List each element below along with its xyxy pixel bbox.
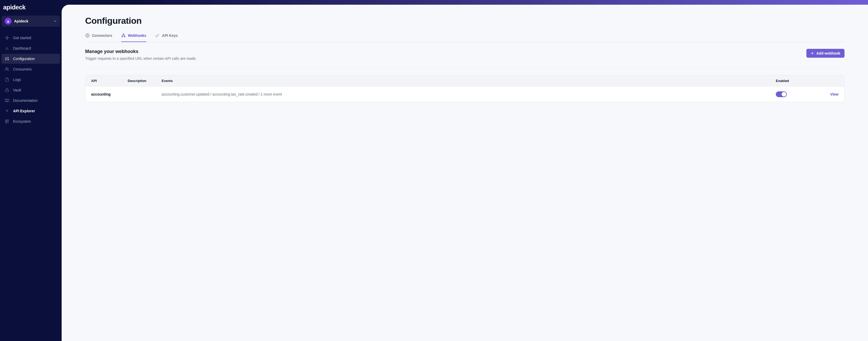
lock-icon: [5, 88, 9, 92]
chart-bar-icon: [5, 46, 9, 51]
workspace-picker[interactable]: a Apideck: [2, 16, 60, 27]
section-subtitle: Trigger requests to a specified URL when…: [85, 56, 197, 61]
svg-rect-14: [5, 90, 9, 92]
sidebar-item-label: Logs: [13, 78, 21, 82]
webhooks-table: API Description Events Enabled accountin…: [85, 75, 410, 102]
section-title: Manage your webhooks: [85, 49, 197, 54]
svg-rect-21: [5, 122, 7, 123]
main-content: Configuration Connectors Webhooks API Ke…: [62, 5, 410, 161]
telescope-icon: [5, 108, 9, 113]
sidebar-item-logs[interactable]: Logs: [2, 75, 60, 85]
col-description: Description: [128, 79, 162, 83]
chevron-down-icon: [53, 19, 57, 23]
col-events: Events: [162, 79, 410, 83]
table-row: accounting accounting.customer.updated /…: [85, 86, 410, 102]
sidebar-item-label: Ecosystem: [13, 119, 31, 124]
col-api: API: [91, 79, 128, 83]
svg-point-26: [122, 36, 123, 37]
book-icon: [5, 98, 9, 103]
svg-point-15: [6, 111, 7, 112]
sidebar-item-api-explorer[interactable]: API Explorer: [2, 106, 60, 116]
tab-label: Connectors: [92, 33, 112, 38]
sidebar-item-dashboard[interactable]: Dashboard: [2, 43, 60, 53]
sidebar-item-vault[interactable]: Vault: [2, 85, 60, 95]
page-title: Configuration: [85, 16, 410, 26]
sidebar-item-label: API Explorer: [13, 109, 35, 113]
svg-marker-0: [5, 36, 9, 39]
key-icon: [155, 33, 160, 38]
sidebar-nav: Get started Dashboard Configuration Cons…: [2, 33, 60, 126]
row-events: accounting.customer.updated / accounting…: [162, 92, 410, 96]
sidebar-item-get-started[interactable]: Get started: [2, 33, 60, 43]
section-header: Manage your webhooks Trigger requests to…: [85, 49, 410, 68]
svg-line-17: [8, 110, 8, 110]
tab-label: Webhooks: [128, 33, 147, 38]
workspace-avatar: a: [5, 18, 11, 25]
sidebar-item-consumers[interactable]: Consumers: [2, 64, 60, 74]
config-tabs: Connectors Webhooks API Keys: [85, 32, 410, 42]
svg-rect-19: [5, 120, 7, 121]
grid-plus-icon: [5, 119, 9, 124]
svg-line-18: [6, 110, 6, 110]
sliders-icon: [5, 56, 9, 61]
sidebar-item-label: Consumers: [13, 67, 32, 71]
workspace-name: Apideck: [14, 19, 53, 23]
tab-api-keys[interactable]: API Keys: [155, 32, 178, 42]
sidebar: apideck a Apideck Get started Dashboard …: [0, 0, 62, 161]
sidebar-item-ecosystem[interactable]: Ecosystem: [2, 117, 60, 126]
sidebar-item-label: Documentation: [13, 98, 38, 103]
sidebar-item-label: Configuration: [13, 57, 35, 61]
tab-webhooks[interactable]: Webhooks: [121, 32, 147, 42]
svg-point-29: [156, 35, 157, 37]
lightning-icon: [5, 35, 9, 40]
svg-point-27: [124, 36, 125, 37]
svg-line-31: [158, 34, 159, 35]
brand-logo: apideck: [2, 4, 60, 16]
table-header: API Description Events Enabled: [85, 75, 410, 86]
file-icon: [5, 77, 9, 82]
sidebar-item-documentation[interactable]: Documentation: [2, 96, 60, 105]
users-icon: [5, 67, 9, 71]
globe-icon: [85, 33, 90, 38]
row-api: accounting: [91, 92, 128, 96]
tab-connectors[interactable]: Connectors: [85, 32, 112, 42]
sidebar-item-label: Vault: [13, 88, 21, 92]
svg-point-13: [6, 68, 7, 69]
sidebar-item-label: Get started: [13, 36, 31, 40]
sidebar-item-configuration[interactable]: Configuration: [2, 54, 60, 64]
svg-rect-20: [7, 120, 9, 121]
tab-label: API Keys: [162, 33, 178, 38]
webhook-icon: [121, 33, 126, 38]
sidebar-item-label: Dashboard: [13, 46, 31, 51]
